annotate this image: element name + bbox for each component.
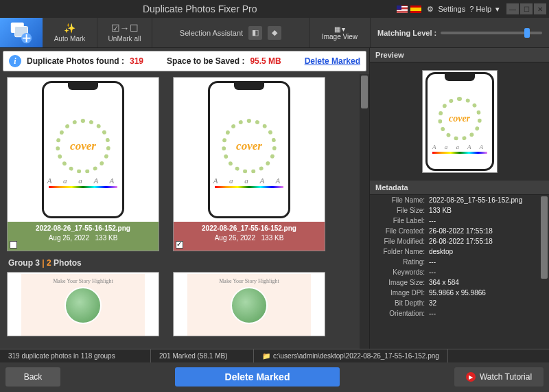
results-pane: i Duplicate Photos found : 319 Space to … [0, 48, 369, 349]
metadata-row: File Name:2022-08-26_17-55-16-152.png [370, 195, 549, 205]
window-buttons: — ☐ ✕ [505, 3, 546, 14]
language-flags[interactable] [397, 5, 421, 13]
status-groups: 319 duplicate photos in 118 groups [0, 349, 151, 362]
flag-us-icon[interactable] [397, 5, 408, 13]
metadata-key: Image Size: [373, 279, 429, 286]
status-marked: 201 Marked (58.1 MB) [151, 349, 254, 362]
preview-image: cover A a a A A [422, 70, 498, 173]
metadata-row: File Label:--- [370, 216, 549, 226]
auto-mark-button[interactable]: ✨ Auto Mark [43, 18, 97, 47]
photo-card[interactable]: Make Your Story Highlight [7, 272, 159, 336]
photo-filename: 2022-08-26_17-55-16-152.png [8, 224, 159, 232]
photo-card[interactable]: Make Your Story Highlight [173, 272, 325, 336]
side-panel: Preview cover A a a A A Metadata File Na… [369, 48, 549, 349]
metadata-key: File Size: [373, 207, 429, 214]
metadata-value: --- [429, 268, 436, 276]
close-button[interactable]: ✕ [534, 3, 546, 14]
unmark-all-button[interactable]: ☑→☐ UnMark all [97, 18, 152, 47]
scrollbar-thumb[interactable] [361, 76, 368, 108]
svg-rect-4 [397, 10, 408, 11]
metadata-key: Bit Depth: [373, 299, 429, 307]
status-path: 📁c:\users\admin\desktop\2022-08-26_17-55… [254, 349, 448, 362]
metadata-value: desktop [429, 248, 453, 255]
group-label: Group 3 [8, 258, 40, 268]
metadata-key: File Modified: [373, 238, 429, 245]
logo-icon [8, 20, 34, 46]
gallery-scrollbar[interactable] [360, 74, 369, 349]
photo-checkbox-checked[interactable] [176, 241, 183, 249]
group-count: 2 [47, 258, 51, 268]
info-bar: i Duplicate Photos found : 319 Space to … [3, 51, 366, 71]
metadata-value: 2022-08-26_17-55-16-152.png [429, 196, 522, 204]
metadata-row: Bit Depth:32 [370, 298, 549, 308]
scrollbar-thumb[interactable] [541, 196, 548, 279]
metadata-value: 133 KB [429, 207, 452, 214]
gallery-row: cover A a a A A 2022-08-26_17-55-16-152.… [7, 77, 366, 251]
photo-filename: 2022-08-26_17-55-16-152.png [174, 224, 325, 232]
metadata-scrollbar[interactable] [539, 195, 549, 349]
minimize-button[interactable]: — [506, 3, 519, 14]
metadata-key: File Created: [373, 227, 429, 235]
main-content: i Duplicate Photos found : 319 Space to … [0, 48, 549, 349]
metadata-key: Orientation: [373, 310, 429, 317]
photo-thumb: cover A a a A A [174, 78, 325, 222]
watch-tutorial-button[interactable]: ▶ Watch Tutorial [454, 367, 544, 387]
image-view-button[interactable]: ▦ ▾ Image View [309, 18, 371, 47]
photo-card-original[interactable]: cover A a a A A 2022-08-26_17-55-16-152.… [7, 77, 159, 251]
svg-rect-6 [397, 5, 401, 10]
space-label: Space to be Saved : [167, 56, 244, 66]
metadata-row: File Created:26-08-2022 17:55:18 [370, 226, 549, 236]
metadata-value: 26-08-2022 17:55:18 [429, 227, 493, 235]
metadata-row: Image DPI:95.9866 x 95.9866 [370, 288, 549, 298]
metadata-value: 95.9866 x 95.9866 [429, 289, 486, 297]
select-all-icon: ◧ [252, 28, 259, 37]
metadata-key: Folder Name: [373, 248, 429, 255]
eraser-button[interactable]: ◆ [268, 26, 281, 40]
matching-level-panel: Matching Level : [371, 18, 549, 47]
metadata-value: --- [429, 258, 436, 266]
photo-caption: 2022-08-26_17-55-16-152.png Aug 26, 2022… [174, 222, 325, 251]
metadata-value: 26-08-2022 17:55:18 [429, 238, 493, 245]
found-count: 319 [130, 56, 143, 66]
metadata-key: File Name: [373, 196, 429, 204]
unmark-label: UnMark all [108, 35, 141, 43]
metadata-key: Image DPI: [373, 289, 429, 297]
grid-icon: ▦ ▾ [334, 25, 346, 33]
app-logo [0, 18, 43, 47]
svg-rect-5 [397, 12, 408, 12]
top-menu: ⚙ Settings ? Help ▾ [427, 5, 500, 14]
slider-thumb[interactable] [524, 28, 530, 38]
back-button[interactable]: Back [5, 367, 60, 387]
metadata-row: Image Size:364 x 584 [370, 277, 549, 288]
flag-es-icon[interactable] [410, 5, 421, 13]
selection-assistant: Selection Assistant ◧ ◆ [152, 18, 309, 47]
metadata-key: Keywords: [373, 268, 429, 276]
metadata-header: Metadata [370, 181, 549, 195]
matching-level-slider[interactable] [441, 32, 542, 34]
settings-link[interactable]: Settings [438, 5, 465, 13]
phone-mockup: cover A a a A A [42, 81, 124, 218]
help-arrow-icon[interactable]: ▾ [495, 5, 500, 14]
phone-mockup: cover A a a A A [208, 81, 290, 218]
group-photos-label: Photos [54, 258, 82, 268]
folder-icon: 📁 [262, 352, 270, 360]
title-bar: Duplicate Photos Fixer Pro ⚙ Settings ? … [0, 0, 549, 18]
photo-checkbox[interactable] [10, 241, 17, 249]
metadata-key: File Label: [373, 217, 429, 224]
svg-rect-8 [410, 8, 421, 11]
delete-marked-link[interactable]: Delete Marked [305, 56, 360, 66]
phone-mockup: cover A a a A A [425, 72, 494, 171]
space-value: 95.5 MB [250, 56, 281, 66]
photo-caption: 2022-08-26_17-55-16-152.png Aug 26, 2022… [8, 222, 159, 251]
app-title: Duplicate Photos Fixer Pro [3, 3, 397, 14]
metadata-row: Rating:--- [370, 257, 549, 267]
image-view-label: Image View [322, 33, 358, 41]
select-all-button[interactable]: ◧ [248, 26, 262, 40]
gallery: cover A a a A A 2022-08-26_17-55-16-152.… [0, 74, 369, 349]
maximize-button[interactable]: ☐ [520, 3, 533, 14]
selection-assistant-label: Selection Assistant [180, 29, 243, 37]
photo-card-duplicate[interactable]: cover A a a A A 2022-08-26_17-55-16-152.… [173, 77, 325, 251]
help-link[interactable]: ? Help [469, 5, 491, 13]
delete-marked-button[interactable]: Delete Marked [175, 367, 340, 387]
status-bar: 319 duplicate photos in 118 groups 201 M… [0, 349, 549, 362]
